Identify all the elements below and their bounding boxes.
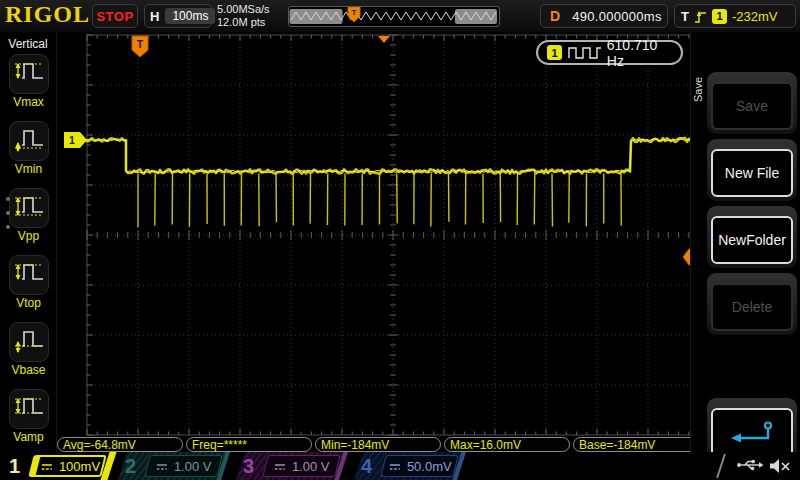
return-arrow-icon [728, 420, 776, 446]
measurement-base: Base=-184mV [573, 437, 699, 452]
delay-indicator: D 490.000000ms [540, 4, 668, 28]
measurement-min: Min=-184mV [315, 437, 441, 452]
page-indicator-dot [6, 197, 10, 201]
channel-1-number: 1 [9, 454, 20, 478]
channel-3-status[interactable]: 3 1.00 V [236, 452, 348, 480]
sample-rate: 5.00MSa/s [217, 3, 270, 16]
softkey-new-file[interactable]: New File [707, 139, 797, 201]
freq-value: Freq=***** [192, 438, 247, 452]
rigol-logo: RIGOL [5, 1, 90, 28]
base-value: Base=-184mV [579, 438, 655, 452]
channel-3-number: 3 [243, 454, 254, 478]
channel-2-status[interactable]: 2 1.00 V [118, 452, 230, 480]
acquisition-info: 5.00MSa/s 12.0M pts [217, 3, 270, 29]
vmax-label: Vmax [0, 95, 57, 109]
frequency-value: 610.710 Hz [607, 37, 672, 69]
max-value: Max=16.0mV [450, 438, 521, 452]
dc-coupling-icon [40, 461, 54, 471]
page-indicator-dot [6, 225, 10, 229]
sidebar-item-vbase[interactable]: Vbase [0, 322, 57, 377]
memory-strip-graphic: T [289, 7, 499, 26]
trigger-indicator: T 1 -232mV [674, 4, 796, 28]
channel-4-number: 4 [361, 454, 372, 478]
dc-coupling-icon [388, 461, 402, 471]
counter-source-badge: 1 [547, 45, 562, 60]
frequency-counter: 1 610.710 Hz [536, 40, 683, 65]
vtop-label: Vtop [0, 296, 57, 310]
trigger-level-value: -232mV [732, 9, 778, 24]
dc-coupling-icon [273, 461, 287, 471]
dc-coupling-icon [155, 461, 169, 471]
memory-depth: 12.0M pts [217, 16, 270, 29]
page-indicator-dot [6, 211, 10, 215]
vmin-icon [13, 124, 45, 158]
save-button-label: Save [736, 98, 768, 114]
status-separator [716, 454, 726, 478]
trigger-source-badge: 1 [712, 9, 727, 24]
memory-position-strip[interactable]: T [288, 6, 500, 27]
sidebar-item-vamp[interactable]: Vamp [0, 389, 57, 444]
min-value: Min=-184mV [321, 438, 389, 452]
channel-2-number: 2 [125, 454, 136, 478]
delay-value: 490.000000ms [572, 9, 662, 24]
vertical-measure-menu: Vertical Vmax Vmin Vpp Vtop Vbase Vamp [0, 32, 57, 452]
new-file-button-label: New File [725, 165, 779, 181]
vbase-icon [13, 325, 45, 359]
timebase-indicator[interactable]: H 100ms [144, 4, 212, 28]
vamp-icon [13, 392, 45, 426]
waveform-display: T1T [57, 32, 703, 452]
measurement-avg: Avg=-64.8mV [57, 437, 183, 452]
vamp-label: Vamp [0, 430, 57, 444]
vmax-icon [13, 57, 45, 91]
rising-edge-icon [694, 9, 707, 24]
channel-1-status[interactable]: 1 100mV [2, 452, 114, 480]
status-bar: RIGOL STOP H 100ms 5.00MSa/s 12.0M pts T… [0, 0, 800, 32]
avg-value: Avg=-64.8mV [63, 438, 136, 452]
strip-trigger-letter: T [352, 8, 357, 17]
oscilloscope-screen: T1T RIGOL STOP H 100ms 5.00MSa/s 12.0M p… [0, 0, 800, 480]
delete-button-label: Delete [732, 299, 772, 315]
sidebar-item-vmin[interactable]: Vmin [0, 121, 57, 176]
svg-text:T: T [137, 38, 144, 50]
sidebar-item-vmax[interactable]: Vmax [0, 54, 57, 109]
softkey-delete[interactable]: Delete [707, 273, 797, 335]
softkey-new-folder[interactable]: NewFolder [707, 206, 797, 268]
svg-text:1: 1 [69, 134, 75, 146]
channel-4-scale: 50.0mV [407, 459, 452, 474]
channel-4-status[interactable]: 4 50.0mV [354, 452, 466, 480]
run-state-label: STOP [96, 9, 133, 24]
channel-status-bar: 1 100mV 2 1.00 V 3 [0, 452, 800, 480]
vbase-label: Vbase [0, 363, 57, 377]
vtop-icon [13, 258, 45, 292]
sidebar-item-vtop[interactable]: Vtop [0, 255, 57, 310]
measurement-max: Max=16.0mV [444, 437, 570, 452]
channel-2-scale: 1.00 V [174, 459, 212, 474]
usb-icon [736, 457, 764, 473]
timebase-value: 100ms [165, 8, 215, 24]
horizontal-label: H [150, 9, 159, 24]
vpp-label: Vpp [0, 229, 57, 243]
vpp-icon [13, 191, 45, 225]
menu-title: Vertical [0, 37, 56, 51]
trigger-label: T [681, 9, 689, 24]
measurement-freq: Freq=***** [186, 437, 312, 452]
square-wave-icon [568, 46, 601, 59]
softkey-save[interactable]: Save [707, 72, 797, 134]
run-state-indicator[interactable]: STOP [92, 4, 138, 28]
menu-tab-save: Save [692, 54, 705, 124]
speaker-muted-icon [768, 457, 792, 475]
save-menu: Save Save New File NewFolder Delete [690, 32, 800, 452]
new-folder-button-label: NewFolder [718, 232, 786, 248]
channel-1-scale: 100mV [59, 459, 100, 474]
vmin-label: Vmin [0, 162, 57, 176]
channel-3-scale: 1.00 V [292, 459, 330, 474]
delay-label: D [550, 8, 560, 24]
